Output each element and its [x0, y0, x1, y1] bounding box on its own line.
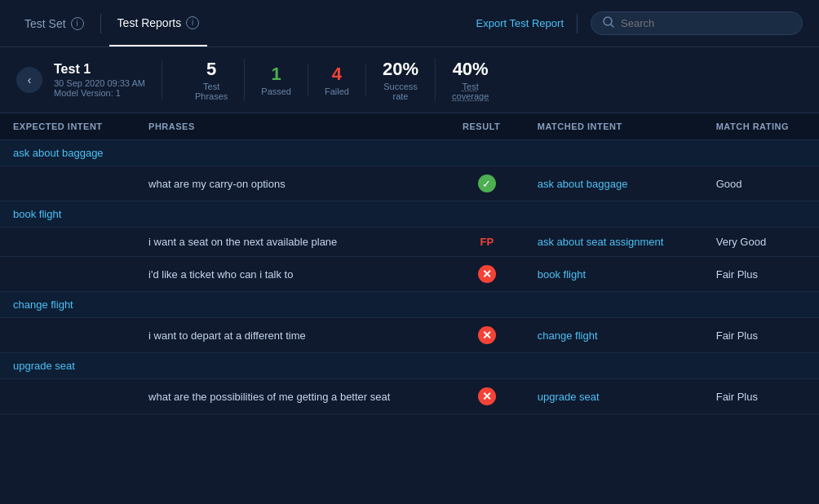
stat-phrases-label: TestPhrases: [195, 82, 228, 101]
stat-passed-value: 1: [272, 64, 281, 85]
table-row: i'd like a ticket who can i talk to ✕ bo…: [0, 257, 819, 292]
export-button[interactable]: Export Test Report: [476, 17, 564, 29]
matched-intent-link[interactable]: upgrade seat: [538, 391, 600, 403]
phrase-cell: what are the possibilities of me getting…: [135, 379, 449, 414]
stat-phrases-value: 5: [206, 59, 216, 80]
intent-label: change flight: [0, 292, 819, 318]
matched-intent-cell[interactable]: upgrade seat: [525, 379, 703, 414]
table-header-row: EXPECTED INTENT PHRASES RESULT MATCHED I…: [0, 113, 819, 140]
match-rating-cell: Very Good: [703, 228, 819, 257]
test-set-label: Test Set: [24, 17, 66, 30]
intent-label: ask about baggage: [0, 140, 819, 166]
result-pass-icon: ✓: [478, 175, 496, 192]
expected-intent-cell: [0, 379, 135, 414]
test-reports-info-icon[interactable]: i: [186, 16, 199, 29]
intent-group-row: ask about baggage: [0, 140, 819, 166]
intent-group-row: change flight: [0, 292, 819, 318]
stat-failed: 4 Failed: [308, 64, 366, 96]
test-model: Model Version: 1: [54, 88, 145, 98]
stat-failed-label: Failed: [325, 86, 349, 96]
phrase-cell: i want a seat on the next available plan…: [135, 228, 449, 257]
result-cell: ✓: [449, 166, 525, 201]
result-fail-icon: ✕: [478, 326, 496, 344]
tab-test-reports[interactable]: Test Reports i: [109, 0, 208, 46]
search-separator: [577, 14, 578, 33]
stat-rate-label: Successrate: [383, 82, 418, 101]
table-row: i want a seat on the next available plan…: [0, 228, 819, 257]
results-table-container: EXPECTED INTENT PHRASES RESULT MATCHED I…: [0, 113, 819, 498]
expected-intent-cell: [0, 318, 135, 353]
search-input[interactable]: [621, 17, 790, 29]
result-cell: ✕: [449, 379, 525, 414]
stats-separator: [162, 60, 162, 99]
stat-coverage-label: Testcoverage: [452, 82, 489, 101]
matched-intent-link[interactable]: book flight: [538, 268, 586, 281]
stat-success-rate: 20% Successrate: [366, 59, 436, 101]
table-row: i want to depart at a different time ✕ c…: [0, 318, 819, 353]
col-match-rating: MATCH RATING: [703, 113, 819, 140]
test-set-info-icon[interactable]: i: [71, 17, 84, 30]
expected-intent-cell: [0, 257, 135, 292]
matched-intent-link[interactable]: ask about seat assignment: [538, 236, 664, 248]
matched-intent-cell[interactable]: book flight: [525, 257, 703, 292]
result-fail-icon: ✕: [478, 387, 496, 405]
stat-coverage-value: 40%: [453, 59, 489, 80]
test-info: Test 1 30 Sep 2020 09:33 AM Model Versio…: [54, 62, 145, 98]
result-cell: ✕: [449, 318, 525, 353]
col-phrases: PHRASES: [135, 113, 449, 140]
stat-test-phrases: 5 TestPhrases: [179, 59, 245, 101]
result-fail-icon: ✕: [478, 265, 496, 283]
nav-separator: [100, 14, 101, 33]
test-reports-label: Test Reports: [117, 16, 182, 29]
svg-line-1: [611, 24, 613, 27]
summary-bar: ‹ Test 1 30 Sep 2020 09:33 AM Model Vers…: [0, 47, 819, 113]
intent-group-row: upgrade seat: [0, 353, 819, 379]
match-rating-cell: Good: [703, 166, 819, 201]
expected-intent-cell: [0, 228, 135, 257]
match-rating-cell: Fair Plus: [703, 257, 819, 292]
col-matched-intent: MATCHED INTENT: [525, 113, 703, 140]
stat-failed-value: 4: [332, 64, 342, 85]
stat-rate-value: 20%: [383, 59, 418, 80]
matched-intent-cell[interactable]: ask about seat assignment: [525, 228, 703, 257]
matched-intent-cell[interactable]: change flight: [525, 318, 703, 353]
intent-label: upgrade seat: [0, 353, 819, 379]
tab-test-set[interactable]: Test Set i: [16, 0, 92, 46]
intent-group-row: book flight: [0, 201, 819, 228]
matched-intent-cell[interactable]: ask about baggage: [525, 166, 703, 201]
result-cell: ✕: [449, 257, 525, 292]
results-table: EXPECTED INTENT PHRASES RESULT MATCHED I…: [0, 113, 819, 414]
phrase-cell: i want to depart at a different time: [135, 318, 449, 353]
table-row: what are my carry-on options ✓ ask about…: [0, 166, 819, 201]
test-date: 30 Sep 2020 09:33 AM: [54, 78, 145, 88]
result-fp-icon: FP: [480, 236, 494, 248]
phrase-cell: i'd like a ticket who can i talk to: [135, 257, 449, 292]
matched-intent-link[interactable]: ask about baggage: [538, 178, 628, 190]
expected-intent-cell: [0, 166, 135, 201]
match-rating-cell: Fair Plus: [703, 318, 819, 353]
match-rating-cell: Fair Plus: [703, 379, 819, 414]
stat-coverage: 40% Testcoverage: [436, 59, 505, 101]
table-row: what are the possibilities of me getting…: [0, 379, 819, 414]
search-box: [591, 11, 803, 35]
stat-passed-label: Passed: [261, 86, 291, 96]
back-button[interactable]: ‹: [16, 67, 42, 93]
matched-intent-link[interactable]: change flight: [538, 329, 598, 342]
result-cell: FP: [449, 228, 525, 257]
test-name: Test 1: [54, 62, 145, 77]
top-nav: Test Set i Test Reports i Export Test Re…: [0, 0, 819, 47]
stat-passed: 1 Passed: [245, 64, 308, 96]
col-result: RESULT: [449, 113, 525, 140]
phrase-cell: what are my carry-on options: [135, 166, 449, 201]
intent-label: book flight: [0, 201, 819, 228]
col-expected-intent: EXPECTED INTENT: [0, 113, 135, 140]
search-icon: [603, 16, 614, 30]
